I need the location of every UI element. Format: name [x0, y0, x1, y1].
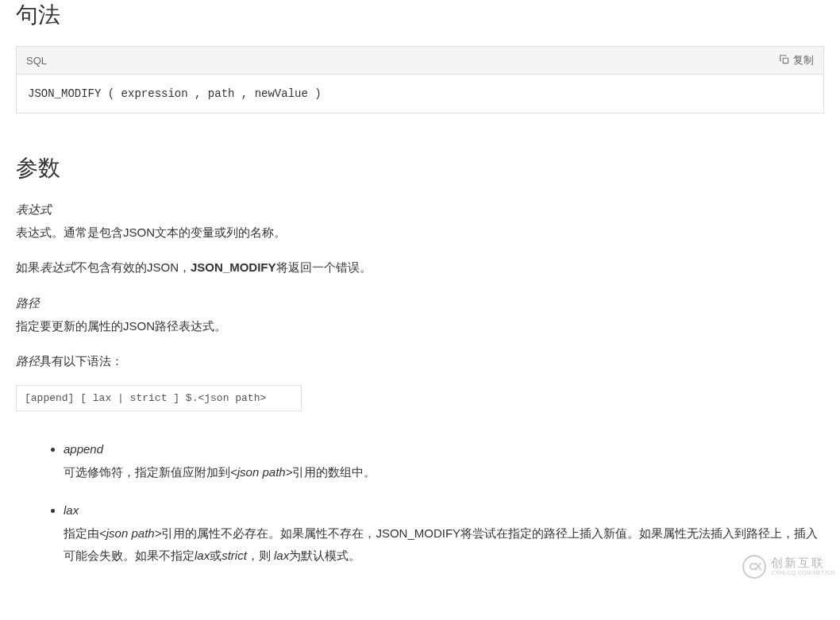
- text-em: 路径: [16, 354, 40, 368]
- watermark-title: 创新互联: [771, 556, 835, 570]
- text: ，则: [247, 549, 274, 562]
- watermark-text: 创新互联 CXHLCQ.COM/NET/CN: [771, 556, 835, 576]
- path-syntax-code: [append] [ lax | strict ] $.<json path>: [16, 385, 302, 411]
- param-path-name: 路径: [16, 296, 824, 311]
- watermark-url: CXHLCQ.COM/NET/CN: [771, 570, 835, 576]
- text: 将返回一个错误。: [276, 260, 372, 274]
- text: 引用的数组中。: [292, 465, 376, 479]
- param-path-desc: 指定要更新的属性的JSON路径表达式。: [16, 316, 824, 337]
- code-content: JSON_MODIFY ( expression , path , newVal…: [17, 75, 823, 113]
- param-path-syntax-intro: 路径具有以下语法：: [16, 351, 824, 372]
- option-append-desc: 可选修饰符，指定新值应附加到<json path>引用的数组中。: [64, 465, 376, 479]
- code-language-label: SQL: [26, 55, 47, 67]
- watermark-logo: CX: [742, 555, 766, 579]
- text-em: lax: [195, 549, 210, 562]
- watermark: CX 创新互联 CXHLCQ.COM/NET/CN: [742, 555, 835, 579]
- copy-button[interactable]: 复制: [779, 53, 814, 67]
- param-expression-name: 表达式: [16, 202, 824, 218]
- params-section: 参数 表达式 表达式。通常是包含JSON文本的变量或列的名称。 如果表达式不包含…: [16, 153, 824, 568]
- param-expression-desc1: 表达式。通常是包含JSON文本的变量或列的名称。: [16, 222, 824, 243]
- text-em: <json path>: [230, 465, 292, 479]
- text-bold: JSON_MODIFY: [191, 260, 276, 274]
- path-options-list: append 可选修饰符，指定新值应附加到<json path>引用的数组中。 …: [16, 438, 824, 568]
- param-expression-desc2: 如果表达式不包含有效的JSON，JSON_MODIFY将返回一个错误。: [16, 257, 824, 278]
- text: 可选修饰符，指定新值应附加到: [64, 465, 230, 479]
- svg-rect-0: [783, 58, 788, 63]
- text: 引用的属性不必存在。如果属性不存在，JSON_MODIFY将尝试在指定的路径上插…: [64, 526, 818, 563]
- text: 具有以下语法：: [40, 354, 123, 368]
- syntax-section: 句法 SQL 复制 JSON_MODIFY ( expression , pat…: [16, 0, 824, 114]
- list-item: lax 指定由<json path>引用的属性不必存在。如果属性不存在，JSON…: [64, 499, 824, 568]
- text: 如果: [16, 260, 40, 274]
- text: 指定由: [64, 526, 99, 540]
- option-lax-name: lax: [64, 499, 824, 522]
- option-append-name: append: [64, 438, 824, 461]
- syntax-heading: 句法: [16, 0, 824, 30]
- text-em: lax: [274, 549, 289, 562]
- list-item: append 可选修饰符，指定新值应附加到<json path>引用的数组中。: [64, 438, 824, 483]
- text-em: 表达式: [40, 260, 75, 274]
- code-block: SQL 复制 JSON_MODIFY ( expression , path ,…: [16, 46, 824, 114]
- text-em: <json path>: [99, 526, 161, 540]
- copy-label: 复制: [793, 53, 814, 67]
- copy-icon: [779, 54, 790, 67]
- params-heading: 参数: [16, 153, 824, 183]
- code-header: SQL 复制: [17, 47, 823, 75]
- text: 或: [210, 549, 222, 562]
- text-em: strict: [222, 549, 247, 562]
- text: 为默认模式。: [289, 549, 360, 562]
- option-lax-desc: 指定由<json path>引用的属性不必存在。如果属性不存在，JSON_MOD…: [64, 526, 818, 563]
- text: 不包含有效的JSON，: [75, 260, 191, 274]
